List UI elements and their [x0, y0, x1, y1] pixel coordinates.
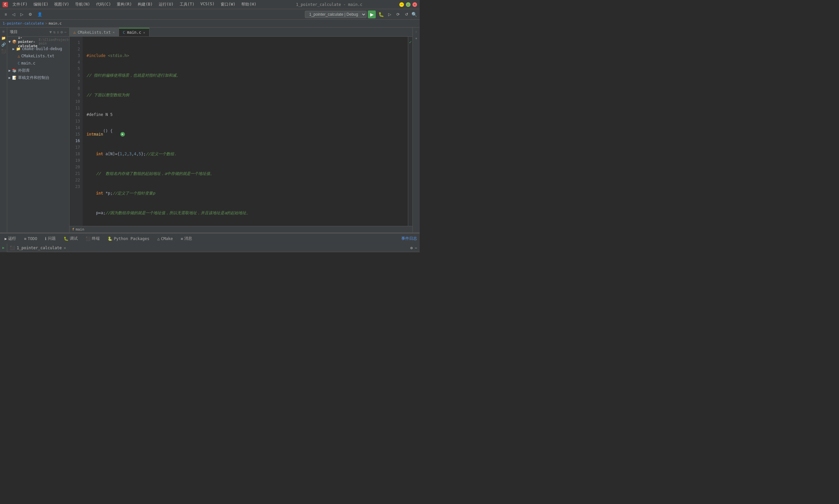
bottom-right-buttons: 事件日志: [401, 236, 417, 241]
breadcrumb-project[interactable]: 1-pointer-calculate: [3, 21, 44, 25]
ln-20: 20: [69, 164, 80, 170]
ln-8: 8: [69, 85, 80, 92]
ln-17: 17: [69, 144, 80, 151]
window-controls: ─ □ ✕: [399, 2, 417, 7]
todo-toolbar-btn[interactable]: ≡ TODO: [22, 236, 39, 242]
menu-refactor[interactable]: 重构(R): [114, 1, 134, 8]
cmake-toolbar-btn[interactable]: △ CMake: [155, 236, 175, 242]
debug-toolbar-btn[interactable]: 🐛 调试: [62, 235, 80, 242]
navigate-back-btn[interactable]: ◁: [10, 12, 17, 17]
title-bar: C 文件(F) 编辑(E) 视图(V) 导航(N) 代码(C) 重构(R) 构建…: [0, 0, 420, 9]
run-panel-play-icon[interactable]: ▶: [1, 245, 6, 250]
window-title: 1_pointer_calculate - main.c: [296, 2, 362, 7]
project-header-settings[interactable]: ⚙: [61, 30, 63, 34]
project-tree: ▼ 📦 1-pointer-calculate E:\ClionProjects…: [7, 37, 69, 233]
run-panel-header: ⬛ 1_pointer_calculate ✕ ⚙ −: [7, 244, 420, 252]
ln-19: 19: [69, 157, 80, 164]
tree-root-path: E:\ClionProjects\code\6\6.4\1-poin: [39, 38, 69, 45]
ln-5: 5: [69, 66, 80, 72]
code-content[interactable]: #include <stdio.h> // 指针的偏移使用场景，也就是对指针进行…: [83, 37, 408, 226]
run-button[interactable]: ▶: [368, 11, 376, 18]
menu-view[interactable]: 视图(V): [51, 1, 72, 8]
run-configuration-dropdown[interactable]: 1_pointer_calculate | Debug: [305, 11, 366, 18]
menu-run[interactable]: 运行(U): [156, 1, 176, 8]
line-numbers: 1 2 3 4 5 6 7 8 9 10 11 12 13 14 15 16 1…: [69, 37, 83, 226]
tree-item-cmakelists[interactable]: △ CMakeLists.txt: [7, 52, 69, 59]
code-line-6: int a[N]={1,2,3,4,5};//定义一个数组.: [87, 151, 404, 157]
messages-toolbar-btn[interactable]: ≡ 消息: [179, 235, 194, 242]
right-icon-star[interactable]: ★: [414, 35, 419, 41]
folder-icon: 📦: [12, 40, 17, 44]
project-header-minimize[interactable]: −: [64, 30, 67, 34]
tree-item-mainc[interactable]: C main.c: [7, 59, 69, 67]
left-icon-4[interactable]: ⬛: [1, 49, 6, 54]
close-button[interactable]: ✕: [412, 2, 417, 7]
left-icon-3[interactable]: 🔗: [1, 42, 6, 47]
project-header-menu[interactable]: ▼: [50, 30, 52, 34]
run-config-tab-close[interactable]: ✕: [64, 246, 66, 250]
git-btn[interactable]: 👤: [35, 12, 44, 17]
debug-button[interactable]: 🐛: [377, 11, 385, 18]
c-file-icon: C: [18, 61, 20, 66]
tab-cmakelists-close[interactable]: ✕: [113, 31, 115, 34]
tree-item-root[interactable]: ▼ 📦 1-pointer-calculate E:\ClionProjects…: [7, 38, 69, 45]
coverage-btn[interactable]: ▷: [386, 12, 393, 17]
maximize-button[interactable]: □: [406, 2, 410, 7]
project-view-btn[interactable]: ≡: [3, 12, 9, 17]
left-icon-2[interactable]: 📁: [1, 35, 6, 41]
minimize-button[interactable]: ─: [399, 2, 404, 7]
python-packages-toolbar-btn[interactable]: 🐍 Python Packages: [106, 236, 151, 242]
menu-help[interactable]: 帮助(H): [239, 1, 259, 8]
tab-cmakelists[interactable]: △ CMakeLists.txt ✕: [69, 28, 119, 36]
terminal-toolbar-btn[interactable]: ⬛ 终端: [84, 235, 102, 242]
run-toolbar-btn[interactable]: ▶ 运行: [3, 235, 18, 242]
scratch-chevron-icon: ▶: [8, 76, 11, 80]
left-icon-1[interactable]: ≡: [1, 29, 6, 34]
menu-edit[interactable]: 编辑(E): [31, 1, 51, 8]
main-toolbar: ≡ ◁ ▷ ⚙ 👤 1_pointer_calculate | Debug ▶ …: [0, 9, 420, 20]
right-sidebar-icons: ☆ ★: [412, 28, 420, 233]
title-bar-left: C 文件(F) 编辑(E) 视图(V) 导航(N) 代码(C) 重构(R) 构建…: [3, 1, 259, 8]
right-gutter: ✓: [408, 37, 412, 226]
problems-toolbar-label: 问题: [48, 236, 56, 241]
code-editor[interactable]: 1 2 3 4 5 6 7 8 9 10 11 12 13 14 15 16 1…: [69, 37, 412, 226]
tab-mainc-close[interactable]: ✕: [143, 31, 145, 34]
profile-btn[interactable]: ⟳: [394, 12, 401, 17]
project-header-expand[interactable]: ⇅: [53, 30, 55, 34]
breadcrumb-sep1: >: [45, 21, 48, 25]
tab-mainc-label: main.c: [127, 30, 141, 35]
tab-mainc[interactable]: C main.c ✕: [119, 28, 150, 36]
right-icon-bookmark[interactable]: ☆: [414, 29, 419, 34]
menu-bar: 文件(F) 编辑(E) 视图(V) 导航(N) 代码(C) 重构(R) 构建(B…: [10, 1, 259, 8]
ln-12: 12: [69, 111, 80, 118]
project-header-collapse[interactable]: ↕: [57, 30, 59, 34]
tree-item-scratch[interactable]: ▶ 📝 草稿文件和控制台: [7, 74, 69, 81]
cmake-reload-btn[interactable]: ↺: [403, 12, 410, 17]
cmake-toolbar-label: CMake: [161, 236, 173, 241]
run-config-tab-label[interactable]: 1_pointer_calculate: [17, 246, 62, 250]
settings-btn[interactable]: ⚙: [27, 12, 34, 17]
problems-toolbar-btn[interactable]: ℹ 问题: [43, 235, 58, 242]
run-panel-minimize-icon[interactable]: −: [415, 246, 417, 250]
run-toolbar-label: 运行: [8, 236, 16, 241]
ln-7: 7: [69, 78, 80, 85]
menu-vcs[interactable]: VCS(S): [198, 1, 217, 8]
run-toolbar-icon: ▶: [5, 236, 7, 241]
search-everywhere-btn[interactable]: 🔍: [411, 12, 417, 17]
menu-code[interactable]: 代码(C): [93, 1, 114, 8]
python-toolbar-icon: 🐍: [107, 236, 113, 241]
breadcrumb-file[interactable]: main.c: [49, 21, 62, 25]
tree-item-external[interactable]: ▶ 📚 外部库: [7, 67, 69, 74]
event-log-label[interactable]: 事件日志: [401, 236, 417, 241]
menu-window[interactable]: 窗口(W): [218, 1, 238, 8]
menu-tools[interactable]: 工具(T): [177, 1, 198, 8]
menu-build[interactable]: 构建(B): [135, 1, 155, 8]
ln-1: 1: [69, 39, 80, 46]
navigate-forward-btn[interactable]: ▷: [18, 12, 25, 17]
tree-item-cmake-build[interactable]: ▶ 📁 cmake-build-debug: [7, 45, 69, 52]
code-line-7: // 数组名内存储了数组的起始地址，a中存储的就是一个地址值。: [87, 170, 404, 177]
menu-navigate[interactable]: 导航(N): [72, 1, 93, 8]
menu-file[interactable]: 文件(F): [10, 1, 30, 8]
ln-15: 15: [69, 131, 80, 138]
run-panel-settings-icon[interactable]: ⚙: [410, 246, 413, 250]
